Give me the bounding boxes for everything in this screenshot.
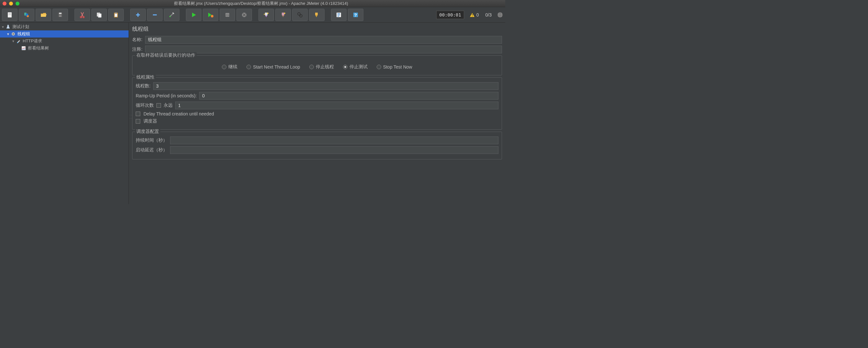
tree-label: 线程组 — [18, 31, 30, 37]
name-label: 名称: — [132, 37, 143, 43]
svg-point-26 — [284, 12, 285, 14]
delay-thread-label: Delay Thread creation until needed — [144, 111, 214, 116]
duration-input[interactable] — [170, 137, 498, 144]
svg-text:STOP: STOP — [225, 14, 230, 16]
loop-count-input[interactable] — [175, 102, 498, 109]
search-button[interactable] — [292, 9, 308, 21]
maximize-window-button[interactable] — [16, 2, 20, 5]
svg-rect-8 — [59, 15, 62, 17]
startup-delay-label: 启动延迟（秒） — [136, 147, 167, 153]
new-file-button[interactable] — [2, 9, 18, 21]
function-helper-button[interactable] — [331, 9, 346, 21]
scheduler-checkbox[interactable] — [136, 119, 140, 124]
error-action-fieldset: 在取样器错误后要执行的动作 继续 Start Next Thread Loop … — [132, 55, 502, 75]
svg-point-19 — [169, 16, 171, 17]
save-button[interactable] — [53, 9, 68, 21]
help-button[interactable]: ? — [348, 9, 363, 21]
delay-thread-checkbox[interactable] — [136, 112, 140, 116]
remote-indicator-icon — [497, 12, 503, 18]
fieldset-legend: 在取样器错误后要执行的动作 — [135, 53, 196, 58]
svg-point-41 — [12, 33, 14, 35]
radio-stop-thread[interactable]: 停止线程 — [309, 64, 334, 70]
warning-badge[interactable]: ! 0 — [469, 12, 479, 18]
threads-label: 线程数: — [136, 83, 151, 89]
comment-label: 注释: — [132, 46, 143, 53]
tree-label: 测试计划 — [12, 24, 29, 30]
stop-button[interactable]: STOP — [220, 9, 235, 21]
warning-icon: ! — [469, 12, 475, 18]
name-input[interactable] — [145, 36, 502, 44]
fieldset-legend: 调度器配置 — [135, 129, 160, 135]
radio-continue[interactable]: 继续 — [222, 64, 238, 70]
threads-input[interactable] — [153, 82, 498, 90]
tree-toggle-icon[interactable]: ▼ — [1, 25, 5, 29]
window-title: 察看结果树.jmx (/Users/zhengquan/Desktop/察看结果… — [20, 1, 503, 6]
paste-button[interactable] — [108, 9, 124, 21]
titlebar: 察看结果树.jmx (/Users/zhengquan/Desktop/察看结果… — [0, 0, 505, 7]
svg-point-24 — [267, 12, 269, 14]
svg-rect-0 — [8, 12, 12, 18]
start-button[interactable] — [186, 9, 202, 21]
elapsed-timer: 00:00:01 — [436, 11, 464, 19]
scheduler-label: 调度器 — [144, 118, 157, 124]
tree-node-test-plan[interactable]: ▼ 测试计划 — [0, 23, 129, 30]
tree-node-thread-group[interactable]: ▼ 线程组 — [0, 30, 129, 37]
svg-text:?: ? — [354, 12, 357, 18]
forever-checkbox[interactable] — [156, 103, 161, 108]
tree-node-http-request[interactable]: ▼ HTTP请求 — [0, 37, 129, 45]
svg-rect-15 — [115, 12, 117, 13]
beaker-icon — [5, 24, 11, 29]
clear-all-button[interactable] — [275, 9, 291, 21]
pipette-icon — [16, 38, 21, 44]
radio-stop-test[interactable]: 停止测试 — [343, 64, 368, 70]
rampup-input[interactable] — [199, 92, 498, 100]
chart-icon — [21, 45, 27, 51]
copy-button[interactable] — [91, 9, 107, 21]
duration-label: 持续时间（秒） — [136, 137, 167, 143]
toolbar: STOP ? 00:00:01 ! 0 0/3 — [0, 7, 505, 23]
toggle-button[interactable] — [164, 9, 180, 21]
startup-delay-input[interactable] — [170, 146, 498, 154]
panel-title: 线程组 — [132, 25, 502, 33]
editor-panel: 线程组 名称: 注释: 在取样器错误后要执行的动作 继续 Start Next … — [129, 23, 505, 204]
forever-label: 永远 — [163, 103, 173, 108]
test-tree-sidebar[interactable]: ▼ 测试计划 ▼ 线程组 ▼ HTTP请求 ▼ 察看结果树 — [0, 23, 129, 204]
warning-count: 0 — [476, 12, 479, 18]
templates-button[interactable] — [19, 9, 34, 21]
cut-button[interactable] — [74, 9, 90, 21]
shutdown-button[interactable] — [237, 9, 252, 21]
svg-point-5 — [27, 15, 29, 17]
svg-text:!: ! — [471, 13, 473, 17]
scheduler-config-fieldset: 调度器配置 持续时间（秒） 启动延迟（秒） — [132, 132, 502, 160]
close-window-button[interactable] — [3, 2, 6, 5]
thread-properties-fieldset: 线程属性 线程数: Ramp-Up Period (in seconds): 循… — [132, 77, 502, 130]
radio-start-next-loop[interactable]: Start Next Thread Loop — [246, 64, 300, 70]
svg-rect-12 — [98, 13, 101, 18]
tree-label: HTTP请求 — [23, 38, 42, 44]
tree-label: 察看结果树 — [28, 45, 49, 51]
fieldset-legend: 线程属性 — [135, 74, 156, 80]
svg-line-29 — [300, 15, 301, 15]
svg-point-42 — [17, 42, 18, 43]
minimize-window-button[interactable] — [9, 2, 13, 5]
open-file-button[interactable] — [36, 9, 51, 21]
radio-stop-test-now[interactable]: Stop Test Now — [377, 64, 412, 70]
tree-node-view-results[interactable]: ▼ 察看结果树 — [0, 45, 129, 52]
loop-label: 循环次数 — [136, 103, 154, 108]
collapse-button[interactable] — [147, 9, 163, 21]
tree-toggle-icon[interactable]: ▼ — [6, 32, 10, 36]
expand-button[interactable] — [130, 9, 146, 21]
clear-button[interactable] — [258, 9, 274, 21]
tree-toggle-icon[interactable]: ▼ — [12, 39, 16, 43]
svg-rect-1 — [8, 13, 11, 13]
splitter-grip[interactable]: ⋮⋮ — [129, 113, 133, 120]
start-no-timers-button[interactable] — [203, 9, 218, 21]
reset-search-button[interactable] — [309, 9, 324, 21]
svg-point-20 — [211, 15, 213, 18]
rampup-label: Ramp-Up Period (in seconds): — [136, 93, 196, 98]
gear-icon — [10, 31, 16, 37]
svg-rect-2 — [8, 14, 11, 14]
comment-input[interactable] — [145, 45, 502, 54]
svg-point-25 — [264, 13, 265, 14]
svg-rect-7 — [59, 12, 62, 14]
